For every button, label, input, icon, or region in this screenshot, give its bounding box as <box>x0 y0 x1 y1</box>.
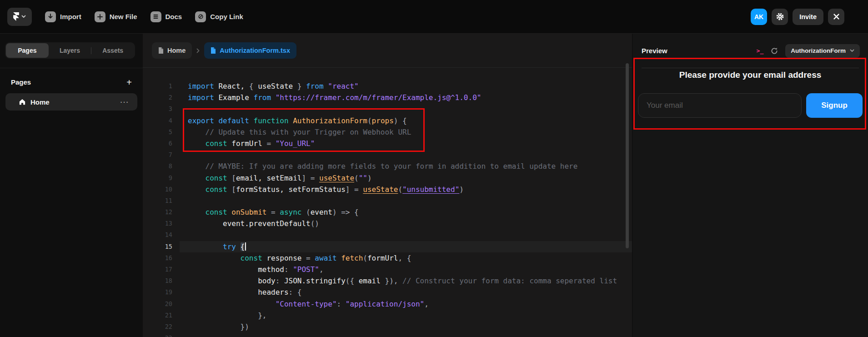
file-icon <box>158 47 164 54</box>
add-page-button[interactable]: + <box>126 79 132 86</box>
code-line[interactable]: 17 method: "POST", <box>143 264 632 275</box>
pages-section-title: Pages <box>11 78 31 86</box>
line-number: 2 <box>143 92 180 103</box>
form-heading: Please provide your email address <box>632 70 868 80</box>
preview-divider <box>642 68 859 68</box>
chevron-down-icon <box>21 15 26 18</box>
tab-pages[interactable]: Pages <box>6 43 49 58</box>
code-line[interactable]: 3 <box>143 103 632 115</box>
text-cursor <box>245 242 246 251</box>
line-number: 11 <box>143 195 180 206</box>
preview-title: Preview <box>642 47 667 55</box>
chevron-right-icon <box>196 48 200 53</box>
code-line[interactable]: 18 body: JSON.stringify({ email }), // C… <box>143 275 632 287</box>
new-file-label: New File <box>110 13 137 20</box>
import-button[interactable]: Import <box>45 11 81 22</box>
code-line[interactable]: 13 event.preventDefault() <box>143 218 632 229</box>
close-button[interactable] <box>828 9 844 25</box>
line-number: 12 <box>143 206 180 218</box>
line-number: 21 <box>143 310 180 321</box>
code-line[interactable]: 6 const formUrl = "You_URL" <box>143 138 632 149</box>
breadcrumb-authorizationform-tsx[interactable]: AuthorizationForm.tsx <box>204 42 296 59</box>
line-number: 18 <box>143 275 180 287</box>
more-options-icon[interactable]: ··· <box>120 98 130 106</box>
code-line[interactable]: 14 <box>143 229 632 241</box>
docs-label: Docs <box>166 13 182 20</box>
code-line[interactable]: 19 headers: { <box>143 287 632 298</box>
line-number: 1 <box>143 80 180 92</box>
line-number: 20 <box>143 298 180 310</box>
code-line[interactable]: 20 "Content-type": "application/json", <box>143 298 632 310</box>
line-number: 10 <box>143 184 180 195</box>
signup-form: Signup <box>632 93 868 118</box>
toolbar-right-controls: AK Invite <box>751 9 844 25</box>
close-icon <box>833 14 839 20</box>
code-line[interactable]: 2import Example from "https://framer.com… <box>143 92 632 103</box>
code-line[interactable]: 22 }) <box>143 321 632 332</box>
gear-icon <box>776 12 784 21</box>
component-selector-dropdown[interactable]: AuthorizationForm <box>785 44 860 58</box>
code-line[interactable]: 21 }, <box>143 310 632 321</box>
page-home-label: Home <box>30 98 50 106</box>
framer-logo-icon <box>13 12 19 21</box>
code-line[interactable]: 10 const [formStatus, setFormStatus] = u… <box>143 184 632 195</box>
import-label: Import <box>60 13 81 20</box>
line-number: 22 <box>143 321 180 332</box>
docs-icon <box>151 11 161 22</box>
home-icon <box>19 99 25 105</box>
preview-panel: Preview >_ AuthorizationForm Please prov… <box>632 34 868 337</box>
avatar[interactable]: AK <box>751 9 767 25</box>
breadcrumb: Home AuthorizationForm.tsx <box>143 34 632 68</box>
code-lines: 1import React, { useState } from "react"… <box>143 68 632 337</box>
copy-link-label: Copy Link <box>210 13 243 20</box>
code-line[interactable]: 8 // MAYBE: If you are adding more field… <box>143 161 632 172</box>
line-number: 17 <box>143 264 180 275</box>
breadcrumb-home[interactable]: Home <box>152 42 192 59</box>
sidebar-item-home[interactable]: Home ··· <box>5 93 137 111</box>
invite-button[interactable]: Invite <box>793 9 823 25</box>
line-number: 7 <box>143 149 180 161</box>
line-number: 13 <box>143 218 180 229</box>
line-number: 8 <box>143 161 180 172</box>
top-toolbar: Import New File Docs Copy Link AK <box>0 0 868 33</box>
refresh-icon[interactable] <box>771 47 778 55</box>
code-line[interactable]: 5 // Update this with your Trigger on We… <box>143 126 632 138</box>
line-number: 3 <box>143 103 180 115</box>
code-line[interactable]: 1import React, { useState } from "react" <box>143 80 632 92</box>
docs-button[interactable]: Docs <box>151 11 182 22</box>
code-editor-panel: Home AuthorizationForm.tsx 1import React… <box>143 34 632 337</box>
download-icon <box>45 11 56 22</box>
framer-code-editor: Import New File Docs Copy Link AK <box>0 0 868 337</box>
copy-link-button[interactable]: Copy Link <box>195 11 243 22</box>
tab-layers[interactable]: Layers <box>49 43 91 58</box>
tab-assets[interactable]: Assets <box>91 43 134 58</box>
sidebar-tabbar: Pages Layers Assets <box>5 42 135 59</box>
line-number: 19 <box>143 287 180 298</box>
line-number: 23 <box>143 332 180 337</box>
line-number: 4 <box>143 115 180 126</box>
settings-button[interactable] <box>772 9 788 25</box>
line-number: 9 <box>143 172 180 184</box>
line-number: 5 <box>143 126 180 138</box>
code-line[interactable]: 7 <box>143 149 632 161</box>
code-line[interactable]: 4export default function AuthorizationFo… <box>143 115 632 126</box>
code-line[interactable]: 23 <box>143 332 632 337</box>
left-sidebar: Pages Layers Assets Pages + Home ··· <box>0 34 143 337</box>
new-file-button[interactable]: New File <box>95 11 137 22</box>
code-line[interactable]: 11 <box>143 195 632 206</box>
code-line[interactable]: 15 try { <box>143 241 632 252</box>
chevron-down-icon <box>850 49 854 52</box>
signup-button[interactable]: Signup <box>806 93 863 118</box>
code-line[interactable]: 9 const [email, setEmail] = useState("") <box>143 172 632 184</box>
editor-scrollbar[interactable] <box>626 63 629 248</box>
console-icon[interactable]: >_ <box>757 47 764 54</box>
line-number: 15 <box>143 241 180 252</box>
email-input[interactable] <box>638 93 802 118</box>
framer-logo-menu[interactable] <box>7 8 32 26</box>
link-icon <box>195 11 206 22</box>
line-number: 14 <box>143 229 180 241</box>
code-line[interactable]: 12 const onSubmit = async (event) => { <box>143 206 632 218</box>
file-icon <box>211 47 216 54</box>
code-line[interactable]: 16 const response = await fetch(formUrl,… <box>143 252 632 264</box>
plus-icon <box>95 11 105 22</box>
